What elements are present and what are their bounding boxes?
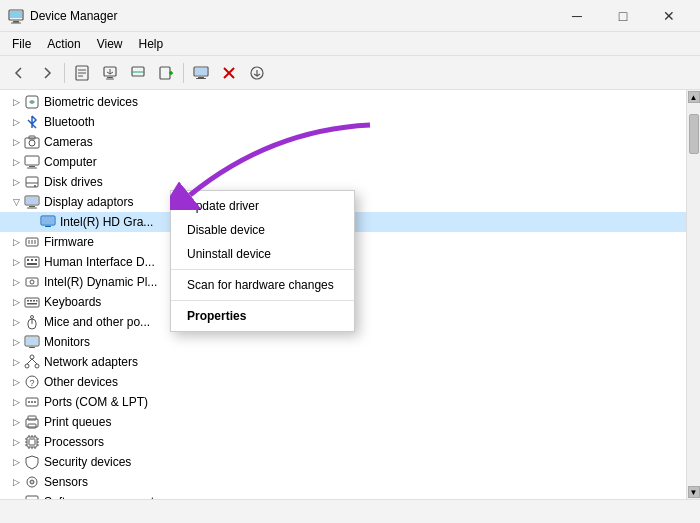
close-button[interactable]: ✕ bbox=[646, 0, 692, 32]
chevron-mice: ▷ bbox=[8, 314, 24, 330]
properties-button[interactable] bbox=[69, 60, 95, 86]
scroll-down[interactable]: ▼ bbox=[688, 486, 700, 498]
tree-item-cameras[interactable]: ▷ Cameras bbox=[0, 132, 686, 152]
chevron-humaninterface: ▷ bbox=[8, 254, 24, 270]
properties-icon bbox=[74, 65, 90, 81]
security-label: Security devices bbox=[44, 455, 131, 469]
humaninterface-label: Human Interface D... bbox=[44, 255, 155, 269]
tree-item-softwarecomp[interactable]: ▷ Software components bbox=[0, 492, 686, 499]
tree-item-diskdrives[interactable]: ▷ Disk drives bbox=[0, 172, 686, 192]
tree-item-computer[interactable]: ▷ Computer bbox=[0, 152, 686, 172]
back-button[interactable] bbox=[6, 60, 32, 86]
main-area: ▷ Biometric devices ▷ Bluetooth ▷ bbox=[0, 90, 700, 499]
tree-item-monitors[interactable]: ▷ Monitors bbox=[0, 332, 686, 352]
toolbar bbox=[0, 56, 700, 90]
chevron-display: ▽ bbox=[8, 194, 24, 210]
cameras-icon bbox=[24, 134, 40, 150]
svg-rect-35 bbox=[29, 206, 35, 207]
forward-button[interactable] bbox=[34, 60, 60, 86]
disk-icon bbox=[24, 174, 40, 190]
tree-item-security[interactable]: ▷ Security devices bbox=[0, 452, 686, 472]
svg-rect-28 bbox=[29, 166, 35, 167]
display-icon bbox=[24, 194, 40, 210]
tree-item-processors[interactable]: ▷ Processors bbox=[0, 432, 686, 452]
forward-icon bbox=[39, 65, 55, 81]
sensors-icon bbox=[24, 474, 40, 490]
svg-rect-61 bbox=[26, 337, 38, 345]
scrollbar[interactable]: ▲ ▼ bbox=[686, 90, 700, 499]
svg-rect-27 bbox=[25, 156, 39, 165]
context-menu-disable-device[interactable]: Disable device bbox=[171, 218, 354, 242]
printer-icon bbox=[24, 414, 40, 430]
svg-point-65 bbox=[35, 364, 39, 368]
svg-text:?: ? bbox=[30, 378, 35, 388]
context-menu-properties[interactable]: Properties bbox=[171, 304, 354, 328]
svg-rect-45 bbox=[27, 259, 29, 261]
monitor-button[interactable] bbox=[188, 60, 214, 86]
scan-icon bbox=[130, 65, 146, 81]
svg-rect-53 bbox=[30, 300, 32, 302]
svg-rect-2 bbox=[11, 22, 21, 23]
app-icon bbox=[8, 8, 24, 24]
chevron-processors: ▷ bbox=[8, 434, 24, 450]
menu-action[interactable]: Action bbox=[39, 35, 88, 53]
chevron-printqueues: ▷ bbox=[8, 414, 24, 430]
svg-point-25 bbox=[29, 140, 35, 146]
tree-item-bluetooth[interactable]: ▷ Bluetooth bbox=[0, 112, 686, 132]
context-menu-separator-2 bbox=[171, 300, 354, 301]
processors-label: Processors bbox=[44, 435, 104, 449]
chevron-keyboards: ▷ bbox=[8, 294, 24, 310]
biometric-label: Biometric devices bbox=[44, 95, 138, 109]
tree-item-biometric[interactable]: ▷ Biometric devices bbox=[0, 92, 686, 112]
update-driver-icon bbox=[102, 65, 118, 81]
maximize-button[interactable]: □ bbox=[600, 0, 646, 32]
tree-item-sensors[interactable]: ▷ Sensors bbox=[0, 472, 686, 492]
download-button[interactable] bbox=[244, 60, 270, 86]
tree-item-printqueues[interactable]: ▷ Print queues bbox=[0, 412, 686, 432]
svg-rect-38 bbox=[42, 217, 54, 224]
scan-hardware-button[interactable] bbox=[125, 60, 151, 86]
svg-rect-46 bbox=[31, 259, 33, 261]
svg-rect-62 bbox=[29, 347, 35, 348]
network-icon bbox=[24, 354, 40, 370]
svg-line-67 bbox=[32, 359, 37, 364]
tree-item-networkadapters[interactable]: ▷ Network adapters bbox=[0, 352, 686, 372]
toolbar-separator-2 bbox=[183, 63, 184, 83]
svg-rect-47 bbox=[35, 259, 37, 261]
svg-point-64 bbox=[25, 364, 29, 368]
scroll-up[interactable]: ▲ bbox=[688, 91, 700, 103]
scroll-thumb[interactable] bbox=[689, 114, 699, 154]
context-menu-uninstall-device[interactable]: Uninstall device bbox=[171, 242, 354, 266]
context-menu-update-driver[interactable]: Update driver bbox=[171, 194, 354, 218]
svg-rect-52 bbox=[27, 300, 29, 302]
menu-file[interactable]: File bbox=[4, 35, 39, 53]
tree-item-otherdevices[interactable]: ▷ ? Other devices bbox=[0, 372, 686, 392]
back-icon bbox=[11, 65, 27, 81]
other-icon: ? bbox=[24, 374, 40, 390]
intelhd-label: Intel(R) HD Gra... bbox=[60, 215, 153, 229]
monitors-label: Monitors bbox=[44, 335, 90, 349]
status-bar bbox=[0, 499, 700, 523]
network-label: Network adapters bbox=[44, 355, 138, 369]
chevron-other: ▷ bbox=[8, 374, 24, 390]
svg-rect-51 bbox=[25, 298, 39, 307]
mice-icon bbox=[24, 314, 40, 330]
menu-view[interactable]: View bbox=[89, 35, 131, 53]
minimize-button[interactable]: ─ bbox=[554, 0, 600, 32]
monitors-icon bbox=[24, 334, 40, 350]
humaninterface-icon bbox=[24, 254, 40, 270]
chevron-firmware: ▷ bbox=[8, 234, 24, 250]
intelhd-icon bbox=[40, 214, 56, 230]
svg-rect-48 bbox=[27, 263, 37, 265]
menu-help[interactable]: Help bbox=[131, 35, 172, 53]
svg-point-31 bbox=[34, 185, 36, 187]
update-driver-button[interactable] bbox=[97, 60, 123, 86]
svg-point-59 bbox=[31, 316, 34, 319]
chevron-inteldynamic: ▷ bbox=[8, 274, 24, 290]
svg-point-50 bbox=[30, 280, 34, 284]
firmware-label: Firmware bbox=[44, 235, 94, 249]
add-legacy-button[interactable] bbox=[153, 60, 179, 86]
uninstall-button[interactable] bbox=[216, 60, 242, 86]
tree-item-ports[interactable]: ▷ Ports (COM & LPT) bbox=[0, 392, 686, 412]
context-menu-scan-hardware[interactable]: Scan for hardware changes bbox=[171, 273, 354, 297]
